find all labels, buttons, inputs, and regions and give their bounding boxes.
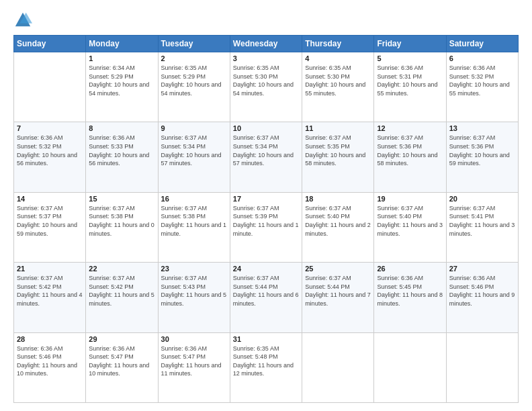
calendar-cell: 15Sunrise: 6:37 AMSunset: 5:38 PMDayligh… xyxy=(86,192,158,262)
day-info: Sunrise: 6:35 AMSunset: 5:48 PMDaylight:… xyxy=(233,345,299,378)
calendar-cell: 23Sunrise: 6:37 AMSunset: 5:43 PMDayligh… xyxy=(158,263,230,332)
day-info: Sunrise: 6:36 AMSunset: 5:31 PMDaylight:… xyxy=(377,64,443,97)
day-info: Sunrise: 6:36 AMSunset: 5:47 PMDaylight:… xyxy=(161,345,227,378)
day-info: Sunrise: 6:37 AMSunset: 5:40 PMDaylight:… xyxy=(305,204,371,238)
week-row-0: 1Sunrise: 6:34 AMSunset: 5:29 PMDaylight… xyxy=(14,52,519,122)
calendar-cell: 12Sunrise: 6:37 AMSunset: 5:36 PMDayligh… xyxy=(374,122,446,192)
day-number: 13 xyxy=(449,124,515,132)
day-number: 18 xyxy=(305,195,371,203)
calendar-cell: 3Sunrise: 6:35 AMSunset: 5:30 PMDaylight… xyxy=(230,52,302,122)
day-number: 4 xyxy=(305,54,371,62)
day-number: 23 xyxy=(161,265,227,273)
day-number: 21 xyxy=(17,265,83,273)
calendar-cell: 30Sunrise: 6:36 AMSunset: 5:47 PMDayligh… xyxy=(158,332,230,402)
logo xyxy=(13,11,35,30)
day-number: 20 xyxy=(449,195,515,203)
col-header-saturday: Saturday xyxy=(446,36,518,52)
calendar-cell xyxy=(446,332,518,402)
day-info: Sunrise: 6:36 AMSunset: 5:46 PMDaylight:… xyxy=(17,345,83,378)
day-number: 19 xyxy=(377,195,443,203)
calendar-cell: 5Sunrise: 6:36 AMSunset: 5:31 PMDaylight… xyxy=(374,52,446,122)
header xyxy=(13,11,519,30)
day-info: Sunrise: 6:37 AMSunset: 5:42 PMDaylight:… xyxy=(17,274,83,308)
calendar-cell xyxy=(302,332,374,402)
day-number: 11 xyxy=(305,124,371,132)
day-info: Sunrise: 6:37 AMSunset: 5:38 PMDaylight:… xyxy=(161,204,227,238)
calendar-cell: 7Sunrise: 6:36 AMSunset: 5:32 PMDaylight… xyxy=(14,122,86,192)
day-info: Sunrise: 6:37 AMSunset: 5:37 PMDaylight:… xyxy=(17,204,83,238)
day-number: 22 xyxy=(89,265,154,273)
day-info: Sunrise: 6:35 AMSunset: 5:29 PMDaylight:… xyxy=(161,64,227,97)
day-number: 10 xyxy=(233,124,299,132)
calendar-cell: 2Sunrise: 6:35 AMSunset: 5:29 PMDaylight… xyxy=(158,52,230,122)
calendar-table: SundayMondayTuesdayWednesdayThursdayFrid… xyxy=(13,35,519,403)
calendar-cell: 13Sunrise: 6:37 AMSunset: 5:36 PMDayligh… xyxy=(446,122,518,192)
calendar-cell: 18Sunrise: 6:37 AMSunset: 5:40 PMDayligh… xyxy=(302,192,374,262)
calendar-cell: 8Sunrise: 6:36 AMSunset: 5:33 PMDaylight… xyxy=(86,122,158,192)
day-number: 3 xyxy=(233,54,299,62)
day-number: 6 xyxy=(449,54,515,62)
calendar-cell: 24Sunrise: 6:37 AMSunset: 5:44 PMDayligh… xyxy=(230,263,302,332)
calendar-cell: 27Sunrise: 6:36 AMSunset: 5:46 PMDayligh… xyxy=(446,263,518,332)
week-row-2: 14Sunrise: 6:37 AMSunset: 5:37 PMDayligh… xyxy=(14,192,519,262)
day-number: 15 xyxy=(89,195,154,203)
calendar-cell: 10Sunrise: 6:37 AMSunset: 5:34 PMDayligh… xyxy=(230,122,302,192)
day-info: Sunrise: 6:35 AMSunset: 5:30 PMDaylight:… xyxy=(305,64,371,97)
day-number: 25 xyxy=(305,265,371,273)
day-number: 9 xyxy=(161,124,227,132)
day-number: 28 xyxy=(17,335,83,343)
calendar-cell: 1Sunrise: 6:34 AMSunset: 5:29 PMDaylight… xyxy=(86,52,158,122)
day-number: 16 xyxy=(161,195,227,203)
calendar-cell: 20Sunrise: 6:37 AMSunset: 5:41 PMDayligh… xyxy=(446,192,518,262)
calendar-cell: 21Sunrise: 6:37 AMSunset: 5:42 PMDayligh… xyxy=(14,263,86,332)
col-header-friday: Friday xyxy=(374,36,446,52)
day-info: Sunrise: 6:37 AMSunset: 5:43 PMDaylight:… xyxy=(161,274,227,308)
calendar-cell: 17Sunrise: 6:37 AMSunset: 5:39 PMDayligh… xyxy=(230,192,302,262)
day-info: Sunrise: 6:36 AMSunset: 5:32 PMDaylight:… xyxy=(17,134,83,167)
col-header-tuesday: Tuesday xyxy=(158,36,230,52)
day-number: 26 xyxy=(377,265,443,273)
calendar-cell: 29Sunrise: 6:36 AMSunset: 5:47 PMDayligh… xyxy=(86,332,158,402)
calendar-cell xyxy=(14,52,86,122)
calendar-cell: 6Sunrise: 6:36 AMSunset: 5:32 PMDaylight… xyxy=(446,52,518,122)
week-row-1: 7Sunrise: 6:36 AMSunset: 5:32 PMDaylight… xyxy=(14,122,519,192)
day-info: Sunrise: 6:37 AMSunset: 5:39 PMDaylight:… xyxy=(233,204,299,238)
day-number: 7 xyxy=(17,124,83,132)
calendar-cell xyxy=(374,332,446,402)
day-number: 17 xyxy=(233,195,299,203)
calendar-cell: 26Sunrise: 6:36 AMSunset: 5:45 PMDayligh… xyxy=(374,263,446,332)
week-row-4: 28Sunrise: 6:36 AMSunset: 5:46 PMDayligh… xyxy=(14,332,519,402)
day-number: 29 xyxy=(89,335,154,343)
header-row: SundayMondayTuesdayWednesdayThursdayFrid… xyxy=(14,36,519,52)
calendar-cell: 22Sunrise: 6:37 AMSunset: 5:42 PMDayligh… xyxy=(86,263,158,332)
day-info: Sunrise: 6:37 AMSunset: 5:38 PMDaylight:… xyxy=(89,204,154,238)
day-info: Sunrise: 6:37 AMSunset: 5:36 PMDaylight:… xyxy=(377,134,443,167)
day-info: Sunrise: 6:37 AMSunset: 5:34 PMDaylight:… xyxy=(161,134,227,167)
calendar-cell: 14Sunrise: 6:37 AMSunset: 5:37 PMDayligh… xyxy=(14,192,86,262)
day-info: Sunrise: 6:36 AMSunset: 5:47 PMDaylight:… xyxy=(89,345,154,378)
day-info: Sunrise: 6:37 AMSunset: 5:35 PMDaylight:… xyxy=(305,134,371,167)
col-header-sunday: Sunday xyxy=(14,36,86,52)
day-info: Sunrise: 6:36 AMSunset: 5:33 PMDaylight:… xyxy=(89,134,154,167)
day-info: Sunrise: 6:36 AMSunset: 5:45 PMDaylight:… xyxy=(377,274,443,308)
col-header-monday: Monday xyxy=(86,36,158,52)
calendar-cell: 9Sunrise: 6:37 AMSunset: 5:34 PMDaylight… xyxy=(158,122,230,192)
day-info: Sunrise: 6:37 AMSunset: 5:40 PMDaylight:… xyxy=(377,204,443,238)
day-number: 27 xyxy=(449,265,515,273)
calendar-cell: 28Sunrise: 6:36 AMSunset: 5:46 PMDayligh… xyxy=(14,332,86,402)
day-info: Sunrise: 6:37 AMSunset: 5:36 PMDaylight:… xyxy=(449,134,515,167)
day-info: Sunrise: 6:37 AMSunset: 5:34 PMDaylight:… xyxy=(233,134,299,167)
day-info: Sunrise: 6:37 AMSunset: 5:42 PMDaylight:… xyxy=(89,274,154,308)
day-number: 24 xyxy=(233,265,299,273)
day-info: Sunrise: 6:34 AMSunset: 5:29 PMDaylight:… xyxy=(89,64,154,97)
day-number: 30 xyxy=(161,335,227,343)
day-number: 31 xyxy=(233,335,299,343)
day-info: Sunrise: 6:37 AMSunset: 5:41 PMDaylight:… xyxy=(449,204,515,238)
page: SundayMondayTuesdayWednesdayThursdayFrid… xyxy=(0,0,532,411)
day-number: 12 xyxy=(377,124,443,132)
day-number: 5 xyxy=(377,54,443,62)
col-header-wednesday: Wednesday xyxy=(230,36,302,52)
day-number: 1 xyxy=(89,54,154,62)
calendar-cell: 4Sunrise: 6:35 AMSunset: 5:30 PMDaylight… xyxy=(302,52,374,122)
calendar-cell: 25Sunrise: 6:37 AMSunset: 5:44 PMDayligh… xyxy=(302,263,374,332)
